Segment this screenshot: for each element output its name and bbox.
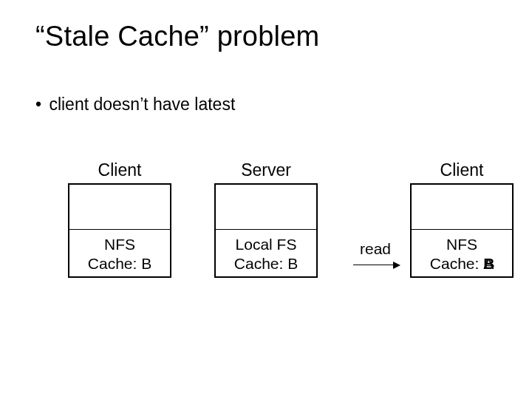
box-client-right: NFS Cache: AB [410, 183, 514, 278]
bullet-line: • client doesn’t have latest [35, 95, 235, 115]
cache-prefix: Cache: [430, 255, 483, 272]
box-server: Local FS Cache: B [214, 183, 318, 278]
label-client-left: Client [68, 160, 171, 180]
cache-value-stack: AB [483, 254, 494, 273]
cache-val: Cache: B [69, 254, 170, 273]
box-content: Local FS Cache: B [216, 235, 316, 274]
cache-new: B [483, 254, 494, 273]
cache-stale: Cache: AB [412, 254, 512, 273]
box-divider [412, 229, 512, 230]
bullet-dot: • [35, 95, 44, 115]
box-client-left: NFS Cache: B [68, 183, 171, 278]
label-client-right: Client [410, 160, 514, 180]
fs-name: NFS [412, 235, 512, 254]
arrow-read [353, 265, 399, 265]
fs-name: Local FS [216, 235, 316, 254]
arrow-label-read: read [353, 240, 398, 258]
fs-name: NFS [69, 235, 170, 254]
box-divider [216, 229, 316, 230]
cache-val: Cache: B [216, 254, 316, 273]
bullet-text: client doesn’t have latest [49, 95, 235, 114]
slide: “Stale Cache” problem • client doesn’t h… [0, 0, 532, 399]
box-divider [69, 229, 170, 230]
slide-title: “Stale Cache” problem [35, 21, 319, 52]
box-content: NFS Cache: B [69, 235, 170, 274]
label-server: Server [214, 160, 318, 180]
box-content: NFS Cache: AB [412, 235, 512, 274]
